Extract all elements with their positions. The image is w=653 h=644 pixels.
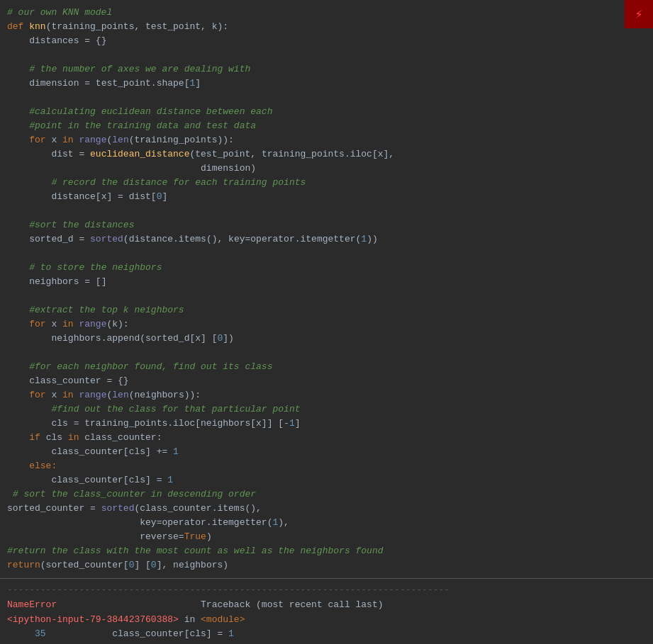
error-panel: ----------------------------------------… (0, 579, 653, 644)
code-line (0, 204, 653, 218)
code-line: key=operator.itemgetter(1), (0, 516, 653, 530)
code-line (0, 91, 653, 105)
code-line: distance[x] = dist[0] (0, 190, 653, 204)
code-line: neighbors = [] (0, 275, 653, 289)
code-line: dist = euclidean_distance(test_point, tr… (0, 147, 653, 162)
code-line: # to store the neighbors (0, 261, 653, 275)
code-line: # record the distance for each training … (0, 176, 653, 190)
code-line: neighbors.append(sorted_d[x] [0]) (0, 332, 653, 346)
code-line: #point in the training data and test dat… (0, 119, 653, 133)
code-line: if cls in class_counter: (0, 431, 653, 445)
code-line: else: (0, 459, 653, 473)
code-line: for x in range(len(training_points)): (0, 133, 653, 147)
code-line: #extract the top k neighbors (0, 303, 653, 317)
error-icon: ⚡ (625, 0, 653, 28)
code-line: for x in range(k): (0, 317, 653, 332)
code-line: sorted_counter = sorted(class_counter.it… (0, 502, 653, 516)
code-line: #return the class with the most count as… (0, 544, 653, 558)
code-line: for x in range(len(neighbors)): (0, 388, 653, 402)
code-editor: ⚡ # our own KNN model def knn(training_p… (0, 0, 653, 578)
code-line: return(sorted_counter[0] [0], neighbors) (0, 558, 653, 572)
code-line: # sort the class_counter in descending o… (0, 487, 653, 502)
error-header: NameError Traceback (most recent call la… (7, 598, 646, 613)
code-line: #calculating euclidean distance between … (0, 105, 653, 119)
code-line: distances = {} (0, 34, 653, 48)
code-line: reverse=True) (0, 530, 653, 544)
error-file: <ipython-input-79-384423760388> in <modu… (7, 613, 646, 628)
code-line: class_counter[cls] = 1 (0, 473, 653, 487)
code-line: def knn(training_points, test_point, k): (0, 20, 653, 34)
code-line: sorted_d = sorted(distance.items(), key=… (0, 232, 653, 247)
code-line: #sort the distances (0, 218, 653, 232)
code-line: dimension = test_point.shape[1] (0, 77, 653, 91)
code-line (0, 247, 653, 261)
code-line: # the number of axes we are dealing with (0, 62, 653, 77)
error-divider: ----------------------------------------… (7, 583, 646, 598)
code-line: class_counter[cls] += 1 (0, 445, 653, 459)
code-line: #for each neighbor found, find out its c… (0, 360, 653, 374)
code-line: # our own KNN model (0, 6, 653, 20)
code-line: #find out the class for that particular … (0, 402, 653, 417)
code-line: cls = training_points.iloc[neighbors[x]]… (0, 417, 653, 431)
code-line (0, 346, 653, 360)
error-line-35: 35 class_counter[cls] = 1 (7, 627, 646, 642)
code-line: class_counter = {} (0, 374, 653, 388)
code-line (0, 48, 653, 62)
code-line: dimension) (0, 162, 653, 176)
code-line (0, 289, 653, 303)
